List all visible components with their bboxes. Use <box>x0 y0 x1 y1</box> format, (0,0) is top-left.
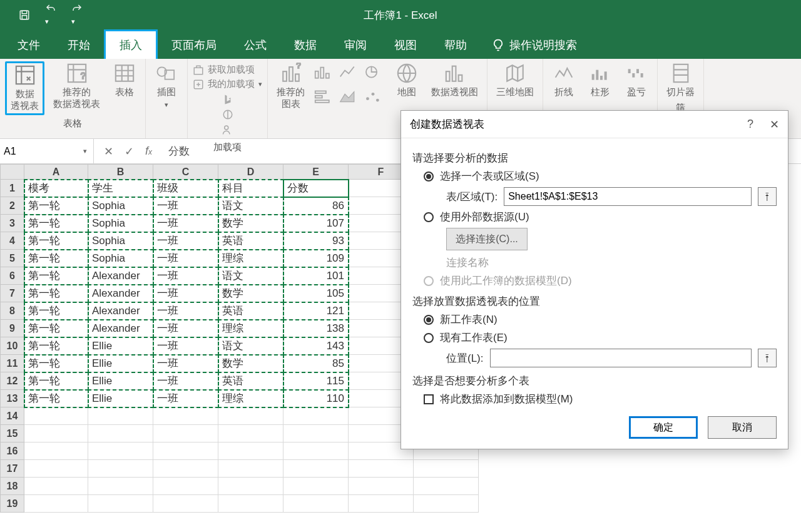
area-chart-icon[interactable] <box>339 90 361 111</box>
bing-icon[interactable] <box>222 94 233 105</box>
pivot-chart-button[interactable]: 数据透视图 <box>427 61 482 111</box>
cell[interactable] <box>24 495 88 513</box>
cell[interactable] <box>24 442 88 460</box>
sparkline-line-button[interactable]: 折线 <box>548 61 579 100</box>
formula-bar-value[interactable]: 分数 <box>162 144 196 158</box>
cell[interactable]: 英语 <box>218 232 283 250</box>
cell[interactable]: Sophia <box>88 232 153 250</box>
row-header[interactable]: 4 <box>1 232 24 250</box>
3dmap-button[interactable]: 三维地图 <box>492 61 538 100</box>
cell[interactable] <box>218 495 283 513</box>
cell[interactable]: 模考 <box>24 180 88 197</box>
cell[interactable] <box>283 495 349 513</box>
cancel-formula-icon[interactable]: ✕ <box>104 145 113 158</box>
radio-external-source[interactable]: 使用外部数据源(U) <box>424 210 777 224</box>
tab-view[interactable]: 视图 <box>380 31 431 59</box>
cell[interactable] <box>88 495 153 513</box>
cell[interactable]: 理综 <box>218 320 283 337</box>
cell[interactable]: 分数 <box>283 180 349 197</box>
location-collapse-button[interactable]: ⭱ <box>758 349 777 367</box>
accept-formula-icon[interactable]: ✓ <box>125 145 134 158</box>
recommended-pivot-button[interactable]: ? 推荐的 数据透视表 <box>49 61 104 115</box>
cell[interactable] <box>24 460 88 478</box>
tab-help[interactable]: 帮助 <box>431 31 481 59</box>
cell[interactable]: Alexander <box>88 285 153 302</box>
range-collapse-button[interactable]: ⭱ <box>758 187 777 206</box>
cell[interactable]: 107 <box>283 215 349 232</box>
row-header[interactable]: 9 <box>1 320 24 337</box>
cell[interactable]: 一班 <box>153 267 218 285</box>
cell[interactable]: 理综 <box>218 250 283 267</box>
cell[interactable]: 115 <box>283 372 349 390</box>
cell[interactable] <box>349 495 414 513</box>
cell[interactable] <box>88 478 153 495</box>
cell[interactable]: 英语 <box>218 372 283 390</box>
sparkline-winloss-button[interactable]: 盈亏 <box>621 61 652 100</box>
location-input[interactable] <box>490 349 752 367</box>
row-header[interactable]: 7 <box>1 285 24 302</box>
redo-icon[interactable]: ▾ <box>71 3 83 27</box>
cell[interactable]: 105 <box>283 285 349 302</box>
cell[interactable] <box>414 495 479 513</box>
cell[interactable]: 第一轮 <box>24 267 88 285</box>
cell[interactable]: 第一轮 <box>24 372 88 390</box>
select-all-corner[interactable] <box>1 165 24 180</box>
cell[interactable]: 一班 <box>153 250 218 267</box>
cell[interactable] <box>218 442 283 460</box>
cell[interactable]: 93 <box>283 232 349 250</box>
cell[interactable] <box>283 425 349 442</box>
cell[interactable]: 109 <box>283 250 349 267</box>
row-header[interactable]: 10 <box>1 337 24 355</box>
cell[interactable]: 85 <box>283 355 349 372</box>
fx-icon[interactable]: fx <box>145 145 152 158</box>
cell[interactable] <box>414 478 479 495</box>
cell[interactable] <box>88 407 153 425</box>
cell[interactable]: Sophia <box>88 215 153 232</box>
cell[interactable]: 一班 <box>153 215 218 232</box>
cell[interactable]: 第一轮 <box>24 215 88 232</box>
row-header[interactable]: 14 <box>1 407 24 425</box>
cell[interactable]: 语文 <box>218 197 283 215</box>
help-icon[interactable]: ? <box>747 118 753 131</box>
radio-select-range[interactable]: 选择一个表或区域(S) <box>424 169 777 183</box>
column-header[interactable]: C <box>153 165 218 180</box>
cell[interactable]: Ellie <box>88 355 153 372</box>
cell[interactable] <box>153 495 218 513</box>
cell[interactable]: 101 <box>283 267 349 285</box>
cell[interactable] <box>283 460 349 478</box>
cell[interactable] <box>218 478 283 495</box>
choose-connection-button[interactable]: 选择连接(C)... <box>446 228 528 250</box>
tab-data[interactable]: 数据 <box>280 31 330 59</box>
cell[interactable] <box>153 442 218 460</box>
cell[interactable]: 第一轮 <box>24 232 88 250</box>
row-header[interactable]: 15 <box>1 425 24 442</box>
column-header[interactable]: B <box>88 165 153 180</box>
maps-button[interactable]: 地图 <box>391 61 422 111</box>
cell[interactable] <box>414 460 479 478</box>
row-header[interactable]: 1 <box>1 180 24 197</box>
row-header[interactable]: 16 <box>1 442 24 460</box>
cell[interactable]: 数学 <box>218 215 283 232</box>
cell[interactable]: Alexander <box>88 267 153 285</box>
scatter-chart-icon[interactable] <box>364 90 386 111</box>
cell[interactable] <box>349 478 414 495</box>
people-icon[interactable] <box>222 124 233 135</box>
tab-pagelayout[interactable]: 页面布局 <box>158 31 230 59</box>
cell[interactable] <box>88 460 153 478</box>
cell[interactable]: Sophia <box>88 250 153 267</box>
cell[interactable]: 第一轮 <box>24 302 88 320</box>
cell[interactable]: 一班 <box>153 337 218 355</box>
cell[interactable]: 理综 <box>218 390 283 407</box>
cell[interactable]: Ellie <box>88 372 153 390</box>
tab-home[interactable]: 开始 <box>54 31 104 59</box>
column-header[interactable]: A <box>24 165 88 180</box>
cell[interactable] <box>218 407 283 425</box>
cell[interactable] <box>283 442 349 460</box>
cell[interactable]: Alexander <box>88 302 153 320</box>
cell[interactable] <box>153 478 218 495</box>
row-header[interactable]: 6 <box>1 267 24 285</box>
cell[interactable]: 第一轮 <box>24 320 88 337</box>
cell[interactable]: 第一轮 <box>24 285 88 302</box>
illustrations-button[interactable]: 插图 ▾ <box>151 61 182 110</box>
row-header[interactable]: 12 <box>1 372 24 390</box>
